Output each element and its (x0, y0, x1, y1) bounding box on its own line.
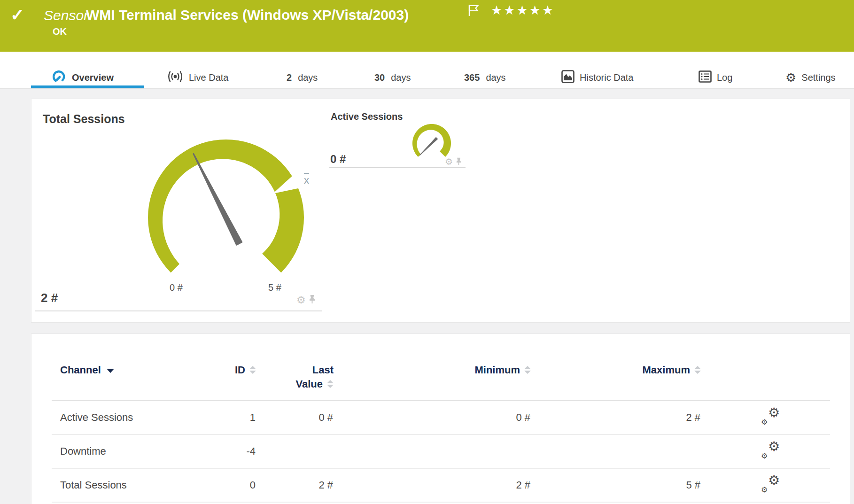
table-row: Active Sessions 1 0 # 0 # 2 # ⚙⚙ (52, 401, 830, 434)
channel-name-cell[interactable]: Downtime (52, 434, 207, 468)
gauge-pin-icon[interactable] (456, 157, 462, 167)
minimum-cell: 2 # (334, 468, 531, 502)
sort-arrows-icon (694, 366, 701, 374)
gauge-settings-gear-icon[interactable]: ⚙ (445, 157, 453, 167)
priority-stars[interactable]: ★★★★★ (491, 3, 555, 18)
tab-label: days (298, 72, 318, 83)
channel-name-cell[interactable]: Total Sessions (52, 468, 207, 502)
total-gauge-tools: ⚙ (296, 295, 316, 306)
settings-gear-icon: ⚙ (785, 71, 796, 84)
sensor-status-text: OK (53, 26, 67, 37)
last-value-cell: 0 # (256, 401, 334, 434)
status-ok-check-icon: ✓ (10, 6, 24, 24)
tab-label: Live Data (189, 72, 229, 83)
gauges-graphic (31, 99, 851, 323)
tab-label: Settings (801, 72, 835, 83)
gauge-settings-gear-icon[interactable]: ⚙ (296, 295, 306, 305)
tab-365-days[interactable]: 365 days (464, 67, 506, 88)
maximum-cell (531, 434, 701, 468)
column-label: ID (235, 364, 245, 376)
tab-number: 365 (464, 72, 480, 83)
tab-label: days (391, 72, 411, 83)
active-sessions-gauge-title: Active Sessions (331, 111, 403, 122)
id-cell: 0 (207, 468, 256, 502)
column-header-minimum[interactable]: Minimum (334, 334, 531, 401)
actions-cell: ⚙⚙ (701, 434, 830, 468)
total-sessions-current-value: 2 # (41, 291, 58, 305)
tab-bar: Overview Live Data 2 days 30 days 365 (0, 52, 854, 89)
column-header-actions (701, 334, 830, 401)
active-gauge-tools: ⚙ (445, 157, 462, 167)
channels-panel: Channel ID Last Value Minimum (31, 333, 850, 504)
id-cell: 1 (207, 401, 256, 434)
maximum-cell: 5 # (531, 468, 701, 502)
gauge-max-label: 5 # (256, 282, 294, 293)
tab-2-days[interactable]: 2 days (287, 67, 318, 88)
gauge-pin-icon[interactable] (309, 295, 316, 306)
minimum-cell: 0 # (334, 401, 531, 434)
column-header-id[interactable]: ID (207, 334, 256, 401)
tab-live-data[interactable]: Live Data (167, 67, 229, 88)
sensor-title: WMI Terminal Services (Windows XP/Vista/… (86, 6, 409, 24)
sort-arrows-icon (327, 380, 334, 388)
flag-icon[interactable] (467, 4, 481, 19)
tab-label: days (486, 72, 505, 83)
table-row: Total Sessions 0 2 # 2 # 5 # ⚙⚙ (52, 468, 830, 502)
sensor-header: ✓ Sensor WMI Terminal Services (Windows … (0, 0, 854, 52)
historic-data-chart-icon (561, 70, 575, 85)
gauge-min-label: 0 # (157, 282, 195, 293)
tab-30-days[interactable]: 30 days (374, 67, 411, 88)
column-header-maximum[interactable]: Maximum (531, 334, 701, 401)
sort-caret-down-icon (107, 369, 114, 373)
actions-cell: ⚙⚙ (701, 401, 830, 434)
active-sessions-current-value: 0 # (330, 153, 346, 166)
prtg-sensor-page: ✓ Sensor WMI Terminal Services (Windows … (0, 0, 854, 504)
column-label: Value (296, 378, 323, 390)
table-header-row: Channel ID Last Value Minimum (52, 334, 830, 401)
tab-label: Historic Data (580, 72, 633, 83)
id-cell: -4 (207, 434, 256, 468)
channel-settings-gears-icon[interactable]: ⚙⚙ (761, 474, 780, 494)
tab-number: 2 (287, 72, 292, 83)
last-value-cell: 2 # (256, 468, 334, 502)
minimum-cell (334, 434, 531, 468)
object-kind-label: Sensor (44, 7, 88, 24)
gauge-underline (35, 310, 322, 311)
log-list-icon (699, 70, 712, 85)
channels-table: Channel ID Last Value Minimum (52, 334, 830, 503)
column-label: Channel (60, 364, 101, 376)
tab-number: 30 (374, 72, 385, 83)
column-header-channel[interactable]: Channel (52, 334, 207, 401)
column-header-last-value[interactable]: Last Value (256, 334, 334, 401)
gauges-panel: Total Sessions 2 # 0 # 5 # x ⚙ Active Se… (31, 99, 850, 323)
tab-historic-data[interactable]: Historic Data (561, 67, 633, 88)
table-row: Downtime -4 ⚙⚙ (52, 434, 830, 468)
actions-cell: ⚙⚙ (701, 468, 830, 502)
sort-arrows-icon (524, 366, 531, 374)
maximum-cell: 2 # (531, 401, 701, 434)
overview-gauge-icon (53, 70, 67, 86)
column-label: Minimum (474, 364, 520, 376)
column-label: Maximum (643, 364, 690, 376)
sort-arrows-icon (249, 366, 256, 374)
total-sessions-gauge-title: Total Sessions (43, 112, 125, 126)
channel-name-cell[interactable]: Active Sessions (52, 401, 207, 434)
tab-log[interactable]: Log (699, 67, 732, 88)
channel-settings-gears-icon[interactable]: ⚙⚙ (761, 406, 780, 426)
channel-settings-gears-icon[interactable]: ⚙⚙ (761, 440, 780, 460)
tab-settings[interactable]: ⚙ Settings (785, 67, 836, 88)
tab-label: Log (717, 72, 732, 83)
tab-label: Overview (72, 72, 114, 83)
column-label: Last (312, 364, 334, 376)
live-data-icon (167, 70, 184, 85)
last-value-cell (256, 434, 334, 468)
gauge-average-marker-label: x (304, 174, 309, 186)
gauge-underline (329, 167, 466, 168)
content-area: Total Sessions 2 # 0 # 5 # x ⚙ Active Se… (0, 89, 854, 504)
